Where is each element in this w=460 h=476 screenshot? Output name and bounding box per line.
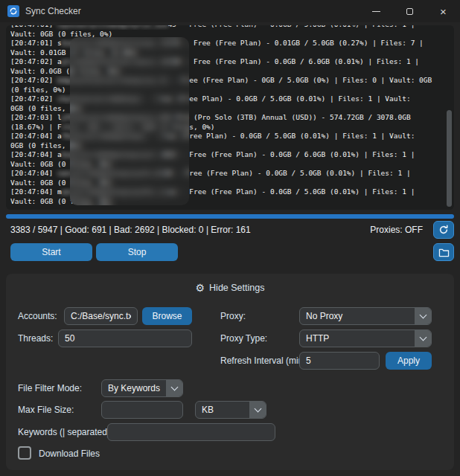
threads-label: Threads:	[18, 329, 53, 347]
settings-toggle-label: Hide Settings	[209, 283, 264, 293]
refresh-interval-label: Refresh Interval (min):	[220, 352, 309, 370]
chevron-down-icon	[249, 402, 266, 418]
proxy-select[interactable]: No Proxy	[299, 307, 432, 325]
size-unit-selected-value: KB	[196, 405, 249, 415]
file-filter-mode-select[interactable]: By Keywords	[101, 379, 183, 397]
folder-icon	[438, 248, 450, 257]
threads-input[interactable]	[58, 329, 192, 347]
apply-button[interactable]: Apply	[386, 352, 432, 370]
browse-button[interactable]: Browse	[142, 307, 192, 325]
proxy-type-label: Proxy Type:	[220, 329, 267, 347]
refresh-icon	[438, 225, 449, 235]
status-counters: 3383 / 5947 | Good: 691 | Bad: 2692 | Bl…	[10, 225, 251, 235]
start-button[interactable]: Start	[10, 243, 92, 261]
proxies-status: Proxies: OFF	[370, 225, 423, 235]
download-files-checkbox[interactable]	[18, 446, 31, 460]
max-file-size-label: Max File Size:	[18, 401, 74, 419]
progress-bar	[6, 214, 454, 219]
proxy-type-selected-value: HTTP	[300, 333, 415, 344]
title-bar: Sync Checker ×	[0, 0, 460, 22]
keywords-input[interactable]	[107, 423, 275, 441]
settings-panel: ⚙ Hide Settings Accounts: Browse Proxy: …	[6, 274, 454, 470]
download-files-label: Download Files	[39, 445, 100, 463]
proxy-selected-value: No Proxy	[300, 311, 415, 321]
file-filter-mode-label: File Filter Mode:	[18, 379, 82, 397]
refresh-interval-input[interactable]	[299, 352, 380, 370]
refresh-proxies-button[interactable]	[433, 221, 454, 239]
proxy-label: Proxy:	[220, 307, 246, 325]
keywords-label: Keywords (| separated):	[18, 423, 112, 441]
chevron-down-icon	[166, 380, 182, 396]
app-icon	[7, 5, 19, 17]
maximize-button[interactable]	[393, 0, 427, 22]
chevron-down-icon	[415, 330, 431, 347]
chevron-down-icon	[415, 308, 431, 324]
sync-icon	[9, 7, 18, 16]
accounts-label: Accounts:	[18, 307, 57, 325]
minimize-icon	[372, 11, 380, 12]
window-title: Sync Checker	[25, 6, 81, 16]
close-icon: ×	[440, 6, 447, 17]
stop-button[interactable]: Stop	[96, 243, 178, 261]
accounts-input[interactable]	[64, 307, 138, 325]
close-button[interactable]: ×	[427, 0, 460, 22]
log-scrollbar[interactable]	[446, 28, 453, 207]
settings-toggle[interactable]: ⚙ Hide Settings	[6, 280, 454, 295]
size-unit-select[interactable]: KB	[195, 401, 266, 419]
log-redaction-blur	[70, 37, 189, 205]
status-bar: 3383 / 5947 | Good: 691 | Bad: 2692 | Bl…	[6, 221, 427, 239]
gear-icon: ⚙	[196, 282, 205, 294]
window-controls: ×	[360, 0, 460, 22]
maximize-icon	[406, 8, 413, 15]
log-output[interactable]: [20:47:01] xqzkvwnrplstmbdgchyfje_a2645 …	[6, 25, 454, 210]
max-file-size-input[interactable]	[101, 401, 183, 419]
proxy-type-select[interactable]: HTTP	[299, 329, 432, 347]
open-folder-button[interactable]	[433, 243, 454, 261]
file-filter-mode-selected-value: By Keywords	[102, 383, 166, 393]
minimize-button[interactable]	[360, 0, 393, 22]
log-scrollbar-thumb[interactable]	[447, 110, 452, 207]
